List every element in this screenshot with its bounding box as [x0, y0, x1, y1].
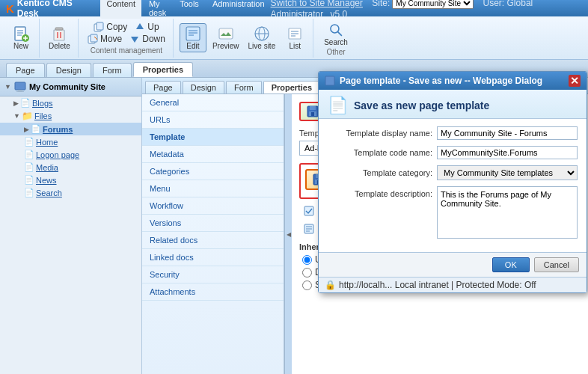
- radio-select-levels-input[interactable]: [302, 280, 312, 290]
- display-name-row: Template display name:: [328, 126, 578, 140]
- new-button[interactable]: New: [7, 24, 34, 52]
- nav-template[interactable]: Template: [142, 129, 284, 146]
- subtab-page[interactable]: Page: [145, 81, 181, 94]
- move-button[interactable]: Move: [85, 33, 125, 45]
- up-button[interactable]: Up: [132, 21, 162, 33]
- nav-administration[interactable]: Administration: [206, 0, 271, 19]
- logon-icon: 📄: [24, 150, 34, 159]
- preview-icon: [218, 25, 234, 42]
- tree-item-blogs[interactable]: ▶ 📄 Blogs: [0, 96, 141, 109]
- category-select[interactable]: My Community Site templates: [437, 165, 578, 180]
- display-name-label: Template display name:: [328, 129, 432, 138]
- radio-use-template-input[interactable]: [302, 255, 312, 265]
- edit-btn-wrap: Edit: [180, 23, 206, 52]
- edit-label: Edit: [186, 42, 199, 50]
- edit-button[interactable]: Edit: [180, 23, 206, 52]
- tree-item-logon[interactable]: 📄 Logon page: [0, 148, 141, 161]
- modal-footer: OK Cancel: [319, 252, 587, 277]
- site-selector[interactable]: My Community Site: [392, 0, 474, 9]
- tree-root[interactable]: ▼ My Community Site: [0, 78, 141, 96]
- version-label: v5.0: [330, 9, 347, 19]
- display-name-input[interactable]: [437, 126, 578, 140]
- down-button[interactable]: Down: [126, 33, 168, 45]
- tab-design[interactable]: Design: [46, 63, 91, 77]
- new-label: New: [13, 42, 28, 50]
- tree-sidebar: ▼ My Community Site ▶ 📄 Blogs ▼ 📁 Files …: [0, 78, 142, 374]
- tab-properties[interactable]: Properties: [133, 62, 193, 77]
- up-label: Up: [147, 22, 159, 32]
- nav-general[interactable]: General: [142, 94, 284, 111]
- delete-icon: [51, 25, 67, 42]
- category-row: Template category: My Community Site tem…: [328, 165, 578, 180]
- edit-icon: [185, 25, 201, 42]
- modal-header-icon: 📄: [328, 96, 348, 115]
- nav-workflow[interactable]: Workflow: [142, 197, 284, 215]
- svg-rect-38: [310, 106, 316, 110]
- nav-tools[interactable]: Tools: [174, 0, 205, 19]
- modal-titlebar-text: Page template - Save as new -- Webpage D…: [340, 76, 542, 86]
- svg-rect-40: [311, 112, 314, 116]
- delete-label: Delete: [49, 42, 70, 50]
- search-icon: [328, 22, 344, 38]
- modal-header-title: Save as new page template: [354, 99, 489, 111]
- radio-no-inherit-input[interactable]: [302, 268, 312, 278]
- delete-button[interactable]: Delete: [46, 24, 73, 52]
- modal-close-button[interactable]: ✕: [569, 75, 581, 87]
- top-bar-right: Switch to Site Manager Site: My Communit…: [271, 0, 582, 19]
- search-button[interactable]: Search: [321, 20, 351, 48]
- nav-security[interactable]: Security: [142, 266, 284, 283]
- search-label: Search: [36, 188, 62, 197]
- switch-link[interactable]: Switch to Site Manager: [271, 0, 363, 8]
- collapse-handle[interactable]: ◀: [284, 94, 292, 374]
- tab-page[interactable]: Page: [6, 63, 45, 77]
- computer-icon: [14, 81, 26, 93]
- live-site-button[interactable]: Live site: [245, 24, 279, 52]
- nav-related-docs[interactable]: Related docs: [142, 232, 284, 249]
- preview-button[interactable]: Preview: [209, 24, 242, 52]
- nav-content[interactable]: Content: [100, 0, 141, 19]
- svg-point-32: [331, 24, 339, 32]
- toolbar-group-new: New: [3, 19, 40, 58]
- nav-linked-docs[interactable]: Linked docs: [142, 249, 284, 266]
- tree-item-home[interactable]: 📄 Home: [0, 135, 141, 148]
- toolbar-group-copymove: Copy Up Move Down Content management: [80, 19, 174, 58]
- nav-menu[interactable]: Menu: [142, 180, 284, 197]
- media-label: Media: [36, 163, 58, 172]
- live-site-icon: [254, 25, 270, 42]
- toolbar-group-delete: Delete: [41, 19, 79, 58]
- list-label: List: [289, 42, 301, 50]
- cancel-button[interactable]: Cancel: [534, 257, 579, 272]
- live-site-label: Live site: [248, 42, 276, 50]
- tree-item-media[interactable]: 📄 Media: [0, 161, 141, 174]
- status-text: http://localh... Local intranet | Protec…: [339, 280, 536, 290]
- tree-item-forums[interactable]: ▶ 📄 Forums: [0, 123, 141, 135]
- ok-button[interactable]: OK: [492, 257, 530, 272]
- nav-metadata[interactable]: Metadata: [142, 146, 284, 163]
- description-label: Template description:: [328, 186, 432, 198]
- list-button[interactable]: List: [281, 24, 308, 52]
- svg-marker-15: [136, 23, 144, 29]
- nav-urls[interactable]: URLs: [142, 111, 284, 129]
- tab-form[interactable]: Form: [93, 63, 132, 77]
- main-toolbar: New Delete Copy Up Move: [0, 16, 588, 60]
- nav-attachments[interactable]: Attachments: [142, 283, 284, 301]
- svg-rect-20: [186, 27, 200, 40]
- svg-rect-7: [54, 30, 64, 40]
- tree-item-files[interactable]: ▼ 📁 Files: [0, 109, 141, 123]
- tree-item-search[interactable]: 📄 Search: [0, 186, 141, 199]
- files-icon: 📁: [22, 111, 33, 121]
- code-name-input[interactable]: [437, 146, 578, 159]
- tree-item-news[interactable]: 📄 News: [0, 174, 141, 186]
- description-textarea[interactable]: This is the Forums page of My Community …: [437, 186, 578, 239]
- nav-versions[interactable]: Versions: [142, 215, 284, 232]
- nav-mydesk[interactable]: My desk: [143, 0, 172, 19]
- subtab-form[interactable]: Form: [226, 81, 262, 94]
- subtab-design[interactable]: Design: [183, 81, 224, 94]
- nav-categories[interactable]: Categories: [142, 163, 284, 180]
- copy-button[interactable]: Copy: [91, 21, 130, 33]
- toolbar-group-viewmode: Edit Preview Live site List View mode: [175, 19, 313, 58]
- lock-icon: 🔒: [325, 280, 336, 290]
- modal-status-bar: 🔒 http://localh... Local intranet | Prot…: [319, 277, 587, 292]
- inherit-icon: [304, 206, 314, 216]
- subtab-properties[interactable]: Properties: [263, 81, 320, 94]
